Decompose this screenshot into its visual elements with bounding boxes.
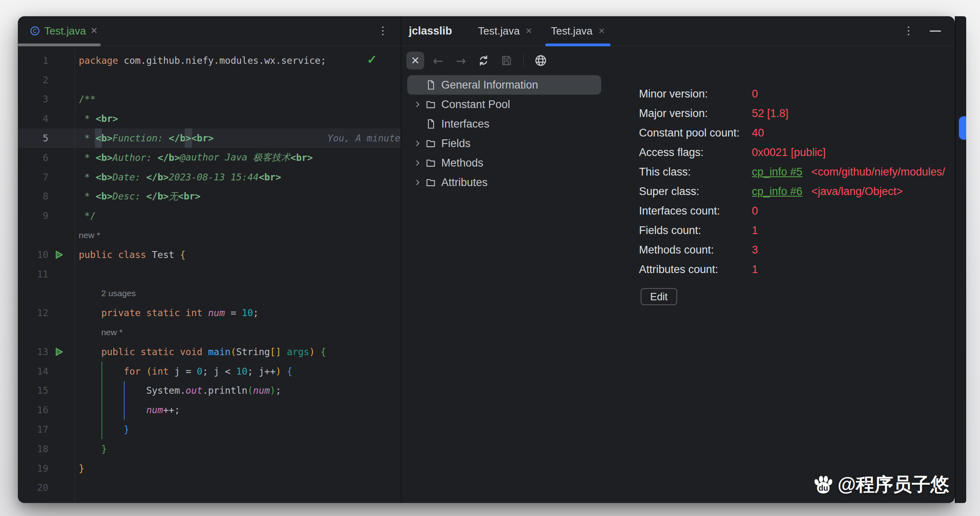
line-number: 13 xyxy=(18,347,48,357)
chevron-right-icon[interactable] xyxy=(410,158,425,167)
close-icon[interactable]: ✕ xyxy=(598,26,605,36)
tree-item-interfaces[interactable]: Interfaces xyxy=(407,114,601,134)
code-token: <br> xyxy=(178,191,201,202)
code-line[interactable]: 19} xyxy=(18,459,401,478)
panel-tab-label: Test.java xyxy=(478,25,520,37)
inlay-hint[interactable]: new * xyxy=(79,230,100,240)
info-row: Methods count:3 xyxy=(639,240,945,260)
code-line[interactable]: 6 * <b>Author: </b>@author Java 极客技术<br> xyxy=(18,148,401,167)
chevron-right-icon[interactable] xyxy=(410,100,425,109)
code-token: <br> xyxy=(96,113,118,124)
line-text: for (int j = 0; j < 10; j++) { xyxy=(79,366,292,377)
minimize-icon[interactable] xyxy=(930,30,941,32)
info-label: Constant pool count: xyxy=(639,127,752,139)
inlay-hint-row[interactable]: new * xyxy=(18,225,401,245)
panel-header: jclasslib Test.java✕Test.java✕ xyxy=(401,16,955,46)
inlay-hint[interactable]: new * xyxy=(79,327,123,337)
code-line[interactable]: 9 */ xyxy=(18,206,401,225)
code-line[interactable]: 16 num++; xyxy=(18,400,401,420)
info-row: Minor version:0 xyxy=(639,84,945,104)
code-token: 10 xyxy=(242,308,253,318)
code-line[interactable]: 12 private static int num = 10; xyxy=(18,303,401,323)
code-line[interactable]: 10public class Test { xyxy=(18,245,401,265)
forward-button[interactable]: → xyxy=(452,52,470,69)
save-button[interactable] xyxy=(497,52,515,69)
info-value: 3 xyxy=(752,244,758,256)
close-button[interactable]: ✕ xyxy=(406,52,424,69)
cp-info-link[interactable]: cp_info #5 xyxy=(752,166,803,178)
chevron-right-icon[interactable] xyxy=(410,178,425,187)
line-text: new * xyxy=(79,230,100,240)
kebab-menu-icon[interactable] xyxy=(380,24,386,38)
code-line[interactable]: 20 xyxy=(18,478,401,498)
tree-item-label: General Information xyxy=(441,79,538,91)
tree-item-fields[interactable]: Fields xyxy=(407,134,601,153)
line-number: 20 xyxy=(18,482,48,493)
code-token: num xyxy=(146,405,163,415)
code-token: </b xyxy=(169,133,186,143)
edit-button[interactable]: Edit xyxy=(641,288,677,305)
code-token xyxy=(79,347,101,357)
back-button[interactable]: ← xyxy=(429,52,447,69)
code-line[interactable]: 4 * <br> xyxy=(18,109,401,128)
code-line[interactable]: 17 } xyxy=(18,420,401,439)
info-label: Access flags: xyxy=(639,146,752,159)
inlay-hint[interactable]: 2 usages xyxy=(79,288,136,298)
panel-tab-2[interactable]: Test.java✕ xyxy=(544,16,611,46)
gutter: 3 xyxy=(18,90,79,109)
inspection-ok-icon[interactable]: ✓ xyxy=(367,52,377,67)
close-icon[interactable]: ✕ xyxy=(91,26,98,35)
watermark: du @程序员子悠 xyxy=(812,472,949,497)
code-token: ) xyxy=(309,347,315,357)
web-button[interactable] xyxy=(532,52,550,69)
code-token: Test xyxy=(146,249,180,260)
java-class-icon: C xyxy=(30,26,40,36)
tree-item-attributes[interactable]: Attributes xyxy=(407,173,601,192)
code-token xyxy=(203,347,208,357)
code-line[interactable]: 1package com.github.niefy.modules.wx.ser… xyxy=(18,51,401,70)
refresh-button[interactable] xyxy=(475,52,492,69)
code-line[interactable]: 14 for (int j = 0; j < 10; j++) { xyxy=(18,362,401,381)
code-line[interactable]: 11 xyxy=(18,265,401,284)
code-line[interactable]: 2 xyxy=(18,70,401,90)
code-line[interactable]: 7 * <b>Date: </b>2023-08-13 15:44<br> xyxy=(18,167,401,187)
code-line[interactable]: 18 } xyxy=(18,439,401,459)
tab-test-java[interactable]: C Test.java ✕ xyxy=(18,16,107,46)
info-label: Fields count: xyxy=(639,224,752,237)
code-line[interactable]: 15 System.out.println(num); xyxy=(18,381,401,401)
code-token: package xyxy=(79,55,118,66)
gutter: 14 xyxy=(18,362,79,381)
code-token: * xyxy=(79,113,96,124)
tree-item-methods[interactable]: Methods xyxy=(407,153,601,173)
cp-info-link[interactable]: cp_info #6 xyxy=(752,185,803,198)
kebab-menu-icon[interactable] xyxy=(905,24,912,38)
code-token: j = xyxy=(169,366,197,377)
code-token: out xyxy=(186,385,203,396)
code-line[interactable]: 5 * <b>Function: </b><br>You, A minute a… xyxy=(18,128,401,148)
gutter xyxy=(18,323,79,342)
code-line[interactable]: 13 public static void main(String[] args… xyxy=(18,342,401,362)
line-number: 1 xyxy=(18,55,48,66)
code-token: Author: xyxy=(112,152,158,163)
editor-pane: C Test.java ✕ ✓ 1package com.github.nief… xyxy=(18,16,401,503)
panel-tab-1[interactable]: Test.java✕ xyxy=(472,16,539,46)
blue-pill-button[interactable] xyxy=(959,116,966,140)
inlay-hint-row[interactable]: 2 usages xyxy=(18,284,401,304)
gutter: 5 xyxy=(18,128,79,148)
code-line[interactable]: 8 * <b>Desc: </b>无<br> xyxy=(18,187,401,206)
chevron-right-icon[interactable] xyxy=(410,139,425,148)
code-token: { xyxy=(321,347,326,357)
inlay-hint-row[interactable]: new * xyxy=(18,323,401,342)
info-row: Constant pool count:40 xyxy=(639,123,945,143)
run-icon[interactable] xyxy=(54,347,64,357)
code-line[interactable]: 3/** xyxy=(18,90,401,109)
info-label: Major version: xyxy=(639,107,752,120)
code-token: </b> xyxy=(146,191,168,202)
close-icon[interactable]: ✕ xyxy=(525,26,532,36)
tree-item-general-information[interactable]: General Information xyxy=(407,75,601,95)
code-editor[interactable]: ✓ 1package com.github.niefy.modules.wx.s… xyxy=(18,46,401,503)
run-icon[interactable] xyxy=(54,249,64,260)
folder-icon xyxy=(425,99,441,110)
git-blame-annotation[interactable]: You, A minute ago • xyxy=(327,133,401,143)
tree-item-constant-pool[interactable]: Constant Pool xyxy=(407,95,601,114)
